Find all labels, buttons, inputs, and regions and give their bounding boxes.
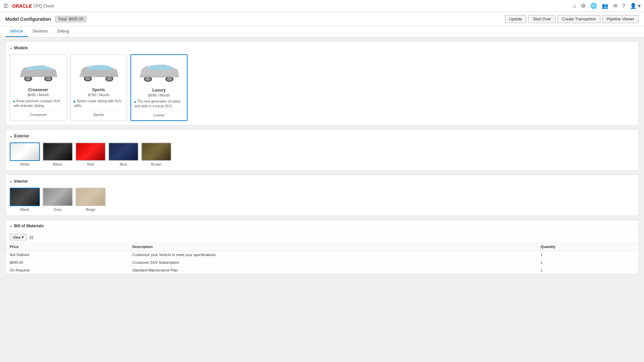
col-description: Description	[128, 243, 537, 251]
page-header: Model Configuration Total: $695.00 Updat…	[0, 12, 644, 26]
beige-swatch[interactable]	[75, 188, 106, 206]
red-swatch[interactable]	[75, 142, 106, 161]
interior-color-grey[interactable]: Grey	[43, 188, 73, 212]
bom-row3-desc: Standard Maintenance Plan	[128, 266, 537, 274]
total-badge: Total: $695.00	[55, 16, 86, 22]
interior-color-black[interactable]: Black	[10, 188, 40, 212]
luxury-name: Luxury	[135, 88, 183, 93]
crossover-name: Crossover	[13, 87, 63, 92]
sports-label: Sports	[74, 111, 123, 117]
white-label: White	[20, 162, 30, 166]
tab-services[interactable]: Services	[28, 26, 53, 37]
int-black-label: Black	[20, 207, 30, 212]
interior-section-title: Interior	[10, 179, 634, 184]
exterior-color-black[interactable]: Black	[43, 142, 73, 166]
view-button[interactable]: View ▾	[10, 234, 27, 240]
grey-swatch[interactable]	[43, 188, 73, 206]
white-swatch[interactable]	[10, 142, 40, 161]
interior-color-beige[interactable]: Beige	[75, 188, 106, 212]
logo: ORACLE CPQ Cloud	[11, 3, 54, 9]
header-buttons: Update Start Over Create Transaction Pip…	[505, 15, 639, 23]
grey-label: Grey	[54, 207, 62, 212]
exterior-color-red[interactable]: Red	[75, 142, 106, 166]
luxury-price: $995 / Month	[135, 93, 183, 97]
bom-row3-qty: 1	[537, 266, 638, 274]
pipeline-viewer-button[interactable]: Pipeline Viewer	[602, 15, 639, 23]
bom-row3-price: On Request	[6, 266, 128, 274]
brown-swatch[interactable]	[141, 142, 171, 161]
globe-icon[interactable]: 🌐	[590, 3, 597, 9]
tabs: Vehicle Services Debug	[0, 26, 644, 37]
luxury-desc: The next generation of safety and style …	[135, 99, 183, 109]
crossover-label: Crossover	[13, 111, 63, 117]
ext-black-label: Black	[53, 162, 62, 166]
exterior-color-white[interactable]: White	[10, 142, 40, 166]
bom-header: Bill of Materials	[6, 220, 638, 232]
crossover-car-svg	[16, 61, 60, 82]
user-icon[interactable]: 👤 ▾	[630, 3, 641, 9]
beige-label: Beige	[86, 207, 95, 212]
crossover-desc: A true premium compact SUV with dramatic…	[13, 99, 63, 108]
tab-vehicle[interactable]: Vehicle	[5, 26, 28, 37]
start-over-button[interactable]: Start Over	[528, 15, 555, 23]
model-card-crossover[interactable]: Crossover $695 / Month A true premium co…	[10, 54, 67, 121]
exterior-color-brown[interactable]: Brown	[141, 142, 171, 166]
hamburger-icon[interactable]: ☰	[3, 3, 8, 9]
blue-label: Blue	[120, 162, 127, 166]
interior-section: Interior Black Grey Beige	[5, 175, 639, 216]
bom-row2-desc: Crossover SUV Subscription	[128, 259, 537, 266]
col-quantity: Quantity	[537, 243, 638, 251]
bom-row-1: Not Defined Customize your Vehicle to me…	[6, 251, 638, 259]
help-icon[interactable]: ?	[622, 3, 625, 9]
view-dropdown-icon: ▾	[22, 235, 24, 239]
home-icon[interactable]: ⌂	[573, 3, 576, 9]
sports-name: Sports	[74, 87, 123, 92]
bom-row-3: On Request Standard Maintenance Plan 1	[6, 266, 638, 274]
topbar-icons: ⌂ ⚙ 🌐 👥 ✉ ? 👤 ▾	[573, 3, 641, 9]
svg-point-9	[145, 77, 151, 81]
gear-icon[interactable]: ⚙	[581, 3, 586, 9]
bom-row1-desc: Customize your Vehicle to meet your spec…	[128, 251, 537, 259]
models-section: Models Crossover $69	[5, 41, 639, 125]
model-cards: Crossover $695 / Month A true premium co…	[10, 54, 634, 121]
int-black-swatch[interactable]	[10, 188, 40, 206]
exterior-color-swatches: White Black Red Blue Brown	[10, 142, 634, 166]
sports-price: $795 / Month	[74, 93, 123, 97]
oracle-logo-text: ORACLE	[12, 3, 32, 9]
svg-point-11	[167, 77, 172, 81]
bom-table: Price Description Quantity Not Defined C…	[6, 243, 638, 274]
crossover-image	[15, 58, 62, 85]
mail-icon[interactable]: ✉	[613, 3, 618, 9]
product-name: CPQ Cloud	[33, 4, 54, 8]
create-transaction-button[interactable]: Create Transaction	[557, 15, 600, 23]
crossover-price: $695 / Month	[13, 93, 63, 97]
interior-color-swatches: Black Grey Beige	[10, 188, 634, 212]
ext-black-swatch[interactable]	[43, 142, 73, 161]
svg-point-5	[85, 77, 91, 80]
sports-car-svg	[77, 61, 120, 82]
model-card-sports[interactable]: Sports $795 / Month Sporty coupe styling…	[70, 54, 127, 121]
bom-row1-price: Not Defined	[6, 251, 128, 259]
luxury-label: Luxury	[135, 111, 183, 117]
col-price: Price	[6, 243, 128, 251]
page-title: Model Configuration	[5, 16, 51, 22]
bom-toolbar: View ▾ ⊟	[6, 232, 638, 243]
bom-row-2: $695.00 Crossover SUV Subscription 1	[6, 259, 638, 266]
luxury-car-svg	[137, 61, 181, 83]
exterior-color-blue[interactable]: Blue	[108, 142, 139, 166]
brown-label: Brown	[151, 162, 161, 166]
red-label: Red	[87, 162, 94, 166]
svg-point-7	[107, 77, 112, 80]
model-card-luxury[interactable]: Luxury $995 / Month The next generation …	[130, 54, 187, 121]
people-icon[interactable]: 👥	[602, 3, 608, 9]
topbar: ☰ ORACLE CPQ Cloud ⌂ ⚙ 🌐 👥 ✉ ? 👤 ▾	[0, 0, 644, 12]
exterior-section-title: Exterior	[10, 134, 634, 138]
models-section-title: Models	[10, 46, 634, 50]
tab-debug[interactable]: Debug	[53, 26, 74, 37]
main-content: Models Crossover $69	[0, 37, 644, 283]
blue-swatch[interactable]	[108, 142, 139, 161]
svg-point-1	[25, 77, 31, 80]
update-button[interactable]: Update	[505, 15, 527, 23]
svg-point-3	[46, 77, 51, 80]
filter-icon[interactable]: ⊟	[30, 235, 34, 240]
